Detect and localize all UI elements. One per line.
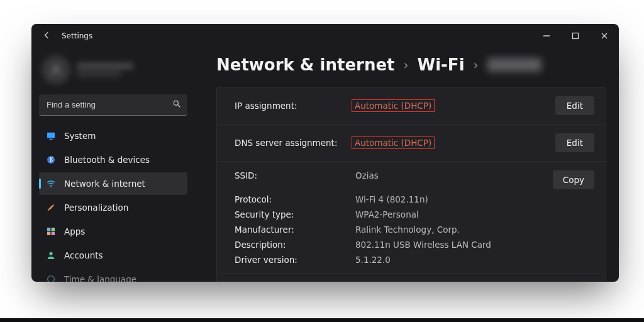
search-field[interactable]: [47, 100, 166, 109]
svg-rect-8: [49, 139, 52, 140]
app-title: Settings: [62, 31, 92, 40]
svg-point-4: [53, 65, 58, 70]
sidebar-item-time[interactable]: Time & language: [39, 268, 187, 282]
edit-dns-button[interactable]: Edit: [555, 133, 594, 152]
svg-line-6: [178, 105, 180, 108]
breadcrumb-leaf: [487, 58, 541, 72]
edit-ip-button[interactable]: Edit: [555, 96, 594, 115]
svg-rect-11: [47, 228, 50, 231]
breadcrumb-root[interactable]: Network & internet: [216, 55, 394, 74]
svg-rect-13: [47, 232, 50, 235]
network-band-section: Network band: 2.4 GHz Network channel: 1…: [217, 274, 606, 282]
detail-label: SSID:: [235, 170, 352, 189]
chevron-right-icon: ›: [474, 57, 479, 72]
detail-value-description: 802.11n USB Wireless LAN Card: [355, 240, 549, 250]
sidebar: System Bluetooth & devices Network & int…: [31, 48, 195, 282]
dns-assignment-value: Automatic (DHCP): [352, 136, 555, 149]
copy-button[interactable]: Copy: [553, 170, 594, 189]
search-icon: [172, 99, 181, 111]
dns-assignment-label: DNS server assignment:: [235, 138, 352, 148]
svg-rect-14: [52, 232, 55, 235]
svg-rect-7: [47, 133, 55, 138]
svg-point-15: [49, 252, 52, 255]
detail-value-ssid: Ozias: [355, 170, 549, 189]
svg-point-16: [48, 276, 55, 282]
sidebar-item-network[interactable]: Network & internet: [39, 172, 187, 195]
person-icon: [45, 250, 57, 261]
ip-assignment-label: IP assignment:: [235, 101, 352, 111]
svg-point-9: [47, 156, 55, 164]
system-icon: [45, 130, 57, 142]
wifi-details: SSID: Ozias Copy Protocol: Wi-Fi 4 (802.…: [217, 161, 606, 274]
sidebar-item-bluetooth[interactable]: Bluetooth & devices: [39, 148, 187, 171]
sidebar-item-label: Network & internet: [64, 179, 145, 189]
svg-rect-1: [573, 33, 579, 39]
svg-rect-12: [52, 228, 55, 231]
sidebar-item-apps[interactable]: Apps: [39, 220, 187, 243]
minimize-button[interactable]: [532, 24, 561, 48]
back-icon[interactable]: [43, 30, 52, 42]
detail-value-driver: 5.1.22.0: [355, 255, 549, 265]
detail-label: Security type:: [235, 209, 352, 219]
detail-label: Description:: [235, 240, 352, 250]
sidebar-item-label: Accounts: [64, 250, 103, 260]
settings-panel: IP assignment: Automatic (DHCP) Edit DNS…: [216, 87, 606, 282]
maximize-button[interactable]: [561, 24, 590, 48]
sidebar-nav: System Bluetooth & devices Network & int…: [39, 125, 187, 282]
ip-assignment-value: Automatic (DHCP): [352, 99, 555, 112]
settings-window: Settings System: [31, 24, 619, 282]
sidebar-item-label: Apps: [64, 226, 85, 236]
sidebar-item-label: Bluetooth & devices: [64, 155, 150, 165]
ip-assignment-row: IP assignment: Automatic (DHCP) Edit: [217, 87, 606, 124]
breadcrumb: Network & internet › Wi-Fi ›: [216, 55, 606, 74]
detail-label: Driver version:: [235, 255, 352, 265]
svg-point-10: [50, 186, 52, 187]
detail-value-security: WPA2-Personal: [355, 209, 549, 219]
sidebar-item-system[interactable]: System: [39, 125, 187, 147]
apps-icon: [45, 226, 57, 237]
wifi-icon: [45, 178, 57, 189]
detail-label: Protocol:: [235, 194, 352, 204]
close-button[interactable]: [590, 24, 619, 48]
sidebar-item-personalization[interactable]: Personalization: [39, 196, 187, 219]
user-profile[interactable]: [39, 52, 187, 94]
search-input[interactable]: [39, 94, 187, 116]
svg-point-5: [174, 101, 178, 105]
sidebar-item-accounts[interactable]: Accounts: [39, 244, 187, 267]
bluetooth-icon: [45, 154, 57, 165]
dns-assignment-row: DNS server assignment: Automatic (DHCP) …: [217, 124, 606, 161]
main-content: Network & internet › Wi-Fi › IP assignme…: [195, 52, 619, 282]
detail-label: Manufacturer:: [235, 225, 352, 235]
chevron-right-icon: ›: [403, 57, 408, 72]
brush-icon: [45, 202, 57, 213]
breadcrumb-mid[interactable]: Wi-Fi: [417, 55, 464, 74]
sidebar-item-label: Time & language: [64, 274, 136, 282]
detail-value-manufacturer: Ralink Technology, Corp.: [355, 225, 549, 235]
detail-value-protocol: Wi-Fi 4 (802.11n): [355, 194, 549, 204]
avatar: [42, 55, 70, 84]
sidebar-item-label: System: [64, 131, 96, 141]
sidebar-item-label: Personalization: [64, 203, 128, 213]
globe-icon: [45, 274, 57, 282]
titlebar: Settings: [31, 24, 619, 48]
